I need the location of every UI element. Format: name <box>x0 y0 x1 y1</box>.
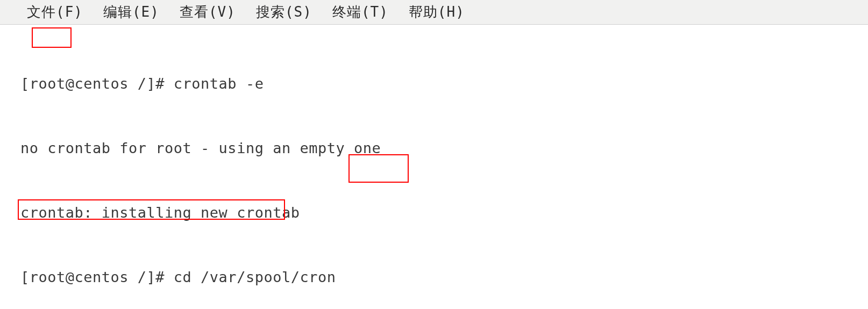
annotation-box-user <box>32 27 72 48</box>
terminal-line: [root@centos /]# cd /var/spool/cron <box>20 267 868 288</box>
menu-edit[interactable]: 编辑(E) <box>103 3 159 21</box>
terminal-line: [root@centos /]# crontab -e <box>20 73 868 95</box>
menu-bar: 文件(F) 编辑(E) 查看(V) 搜索(S) 终端(T) 帮助(H) <box>0 0 868 25</box>
menu-search[interactable]: 搜索(S) <box>256 3 312 21</box>
menu-terminal[interactable]: 终端(T) <box>332 3 388 21</box>
menu-help[interactable]: 帮助(H) <box>409 3 465 21</box>
menu-file[interactable]: 文件(F) <box>27 3 83 21</box>
terminal-output[interactable]: [root@centos /]# crontab -e no crontab f… <box>0 25 868 309</box>
terminal-line: crontab: installing new crontab <box>20 202 868 224</box>
menu-view[interactable]: 查看(V) <box>180 3 236 21</box>
terminal-line: no crontab for root - using an empty one <box>20 138 868 159</box>
